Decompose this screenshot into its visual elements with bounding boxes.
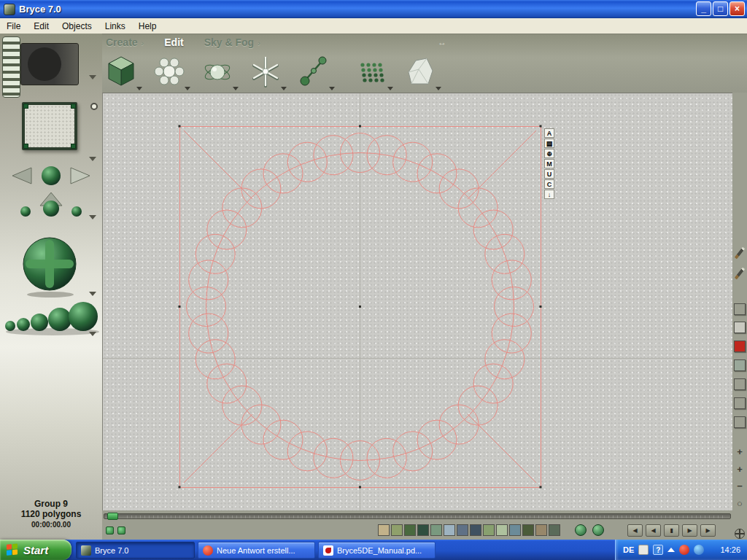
nav-button-3[interactable]: ▶: [682, 524, 697, 537]
menu-links[interactable]: Links: [98, 19, 132, 34]
taskbar-task-browser[interactable]: Neue Antwort erstell...: [198, 542, 315, 559]
material-swatch-11[interactable]: [522, 524, 534, 536]
view-doc-3-icon[interactable]: [734, 378, 746, 390]
active-view-icon[interactable]: [734, 341, 746, 352]
material-swatch-0[interactable]: [378, 524, 390, 536]
dropdown-arrow-icon[interactable]: [387, 87, 393, 90]
taskbar-task-pdf[interactable]: Bryce5DE_Manual.pd...: [318, 542, 436, 559]
nav-button-4[interactable]: ▶: [700, 524, 716, 537]
tab-edit[interactable]: Edit: [164, 36, 183, 48]
material-swatch-4[interactable]: [430, 524, 442, 536]
preview-mode-selector[interactable]: [2, 36, 20, 98]
dropdown-arrow-icon[interactable]: [89, 215, 96, 219]
material-swatch-13[interactable]: [549, 524, 560, 536]
sphere-cluster-icon[interactable]: [152, 53, 187, 91]
dropdown-arrow-icon[interactable]: [233, 87, 239, 90]
material-swatch-2[interactable]: [404, 524, 416, 536]
selection-control-1[interactable]: ▤: [544, 139, 554, 148]
animation-timeline: [102, 510, 732, 521]
tab-create[interactable]: Create›: [106, 36, 144, 48]
dropdown-arrow-icon[interactable]: [436, 87, 441, 90]
sphere-size-controls[interactable]: [1, 296, 101, 340]
start-button[interactable]: Start: [0, 540, 71, 560]
selection-control-2[interactable]: ⊕: [544, 149, 554, 158]
zoom-in-icon[interactable]: +: [734, 463, 746, 475]
pencil-shape: [735, 247, 745, 260]
selection-control-0[interactable]: A: [544, 128, 554, 138]
camera-control-dot[interactable]: [90, 103, 98, 110]
language-indicator[interactable]: DE: [623, 545, 634, 554]
stop-button[interactable]: [117, 526, 125, 534]
dropdown-arrow-icon[interactable]: [89, 75, 96, 79]
menu-edit[interactable]: Edit: [27, 19, 55, 34]
dropdown-arrow-icon[interactable]: [89, 292, 96, 296]
nav-button-0[interactable]: ◀: [627, 524, 643, 537]
help-tray-icon[interactable]: ?: [653, 545, 663, 555]
tab-sky-fog[interactable]: Sky & Fog›: [204, 36, 260, 48]
sphere-grid-icon[interactable]: [355, 53, 390, 91]
zoom-out-icon[interactable]: −: [734, 480, 746, 491]
selection-control-4[interactable]: U: [544, 169, 554, 179]
eraser-pencil-icon[interactable]: [734, 268, 746, 279]
dropdown-arrow-icon[interactable]: [281, 87, 287, 90]
view-doc-2-icon[interactable]: [734, 322, 746, 333]
dropdown-arrow-icon[interactable]: [89, 157, 96, 161]
dropdown-arrow-icon[interactable]: [329, 87, 335, 90]
dropdown-arrow-icon[interactable]: [136, 87, 142, 90]
menu-bar: File Edit Objects Links Help: [0, 18, 747, 34]
camera-nav-arrows[interactable]: [4, 162, 98, 230]
material-swatch-12[interactable]: [535, 524, 547, 536]
viewport-canvas[interactable]: [102, 93, 732, 510]
material-swatch-5[interactable]: [444, 524, 455, 536]
close-button[interactable]: ×: [729, 1, 745, 16]
terrain-preview[interactable]: [22, 102, 77, 150]
menu-file[interactable]: File: [0, 19, 27, 34]
maximize-button[interactable]: □: [713, 1, 728, 16]
atom-sphere-icon[interactable]: [200, 53, 235, 91]
selection-control-3[interactable]: M: [544, 159, 554, 168]
selection-control-5[interactable]: C: [544, 179, 554, 189]
orbit-tool-icon[interactable]: ○: [734, 497, 746, 509]
snowflake-star-icon[interactable]: [248, 53, 283, 91]
corner-dot: [23, 104, 28, 109]
linked-spheres-icon[interactable]: [296, 53, 331, 91]
pencil-tool-icon[interactable]: [734, 247, 746, 259]
view-doc-5-icon[interactable]: [734, 416, 746, 428]
antivirus-tray-icon[interactable]: [679, 545, 689, 555]
dropdown-arrow-icon[interactable]: [89, 332, 96, 336]
nav-button-1[interactable]: ◀: [646, 524, 661, 537]
dropdown-arrow-icon[interactable]: [185, 87, 190, 90]
trackball-control[interactable]: [20, 235, 80, 302]
taskbar-task-bryce[interactable]: Bryce 7.0: [76, 542, 195, 559]
nano-preview[interactable]: [20, 43, 79, 85]
view-doc-4-icon[interactable]: [734, 397, 746, 409]
nav-button-2[interactable]: ▮: [664, 524, 679, 537]
pan-tool-icon[interactable]: +: [734, 446, 746, 457]
keyboard-tray-icon[interactable]: [638, 545, 649, 555]
crystal-rock-icon[interactable]: [403, 53, 438, 91]
menu-objects[interactable]: Objects: [55, 19, 98, 34]
selection-control-6[interactable]: ↓: [544, 190, 554, 199]
menu-help[interactable]: Help: [132, 19, 163, 34]
hide-icons-chevron[interactable]: [667, 548, 675, 552]
material-swatch-6[interactable]: [457, 524, 468, 536]
material-swatch-8[interactable]: [483, 524, 495, 536]
bottom-control-bar: ◀◀▮▶▶: [102, 521, 732, 540]
pencil-shape: [735, 268, 745, 280]
minimize-button[interactable]: _: [696, 1, 711, 16]
terrain-cube-icon[interactable]: [104, 53, 139, 91]
play-button[interactable]: [106, 526, 114, 534]
render-sphere-button[interactable]: [592, 524, 604, 536]
material-swatch-3[interactable]: [417, 524, 429, 536]
grid-view-icon[interactable]: [734, 359, 746, 371]
material-swatch-10[interactable]: [509, 524, 521, 536]
material-swatch-9[interactable]: [496, 524, 508, 536]
globe-icon[interactable]: [734, 528, 746, 540]
material-swatch-7[interactable]: [470, 524, 481, 536]
clock-tray-icon[interactable]: [694, 545, 704, 555]
view-doc-1-icon[interactable]: [734, 303, 746, 315]
timeline-scrubber[interactable]: [107, 513, 118, 520]
toolbar-resize-icon[interactable]: ↔: [438, 37, 446, 47]
render-sphere-button[interactable]: [575, 524, 587, 536]
material-swatch-1[interactable]: [391, 524, 403, 536]
